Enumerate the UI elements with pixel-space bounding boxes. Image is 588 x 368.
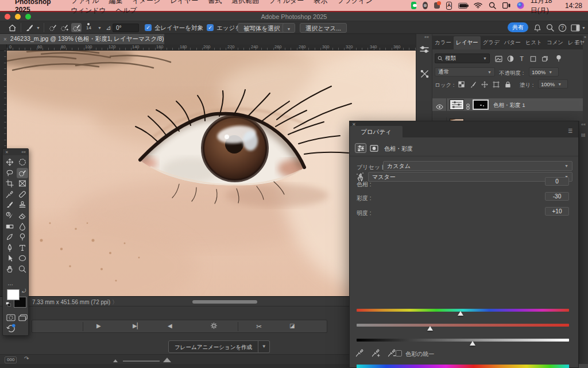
layer-filter-select[interactable]: 種類 ▼ (435, 53, 490, 63)
lightness-slider-track[interactable] (357, 339, 569, 342)
step-back-icon[interactable]: ◀ (168, 323, 172, 329)
gradient-tool[interactable] (4, 221, 16, 232)
menu-item[interactable]: 表示 (314, 0, 327, 5)
chevron-down-icon[interactable]: ▼ (98, 23, 102, 32)
zoom-tool[interactable] (17, 264, 28, 274)
selection-brush-tool[interactable] (17, 168, 28, 178)
menu-item[interactable]: プラグイン (337, 0, 372, 5)
step-forward-icon[interactable]: ▶▏ (133, 323, 141, 329)
edit-toolbar-ellipsis[interactable]: … (7, 280, 14, 286)
select-subject-button[interactable]: 被写体を選択 (238, 23, 285, 33)
menu-item[interactable]: イメージ (133, 0, 161, 5)
notifications-bell-icon[interactable] (533, 23, 541, 32)
workspace-dropdown-chevron[interactable]: ▼ (582, 23, 586, 32)
hue-slider-track[interactable] (357, 309, 569, 312)
menu-item[interactable]: ファイル (71, 0, 99, 5)
preset-select[interactable]: カスタム ▼ (383, 161, 572, 171)
timeline-zoom-in-icon[interactable] (163, 358, 171, 362)
timeline-zoom-slider[interactable] (123, 361, 160, 362)
colorize-checkbox[interactable] (396, 350, 402, 356)
menu-item[interactable]: ヘルプ (116, 6, 137, 14)
tools-utilities-panel-icon[interactable] (418, 67, 431, 80)
select-and-mask-button[interactable]: 選択とマス... (300, 23, 347, 33)
menu-item[interactable]: レイヤー (170, 0, 198, 5)
mask-link-icon[interactable] (466, 102, 470, 112)
filter-toggle-icon[interactable] (554, 55, 563, 63)
line-app-icon[interactable] (411, 2, 416, 9)
eraser-tool[interactable] (17, 210, 28, 221)
hue-slider-thumb[interactable] (458, 311, 463, 316)
enhance-edge-checkbox[interactable]: ✓ (207, 24, 214, 31)
stage-manager-icon[interactable] (502, 2, 510, 9)
shuttle-arrow-icon[interactable]: ↷ (24, 355, 29, 362)
lock-pixels-icon[interactable] (469, 80, 477, 88)
help-icon[interactable]: ? (558, 23, 567, 32)
blur-tool[interactable] (17, 221, 28, 232)
panel-menu-icon[interactable]: ☰ (568, 128, 572, 134)
rotate-view-share-icon[interactable] (6, 324, 16, 335)
scissors-icon[interactable]: ✂ (256, 323, 262, 331)
history-brush-tool[interactable] (4, 210, 16, 221)
smudge-tool[interactable] (4, 232, 16, 242)
menu-item[interactable]: フィルター (269, 0, 304, 5)
timeline-settings-gear-icon[interactable] (210, 322, 218, 331)
layer-visibility-eye-icon[interactable] (436, 102, 443, 112)
adjustment-settings-icon[interactable] (355, 144, 366, 152)
filter-adjustment-layers-icon[interactable] (506, 55, 514, 63)
close-tab-icon[interactable]: × (3, 36, 7, 43)
foreground-color-swatch[interactable] (7, 289, 20, 300)
siri-icon[interactable] (517, 2, 524, 9)
default-colors-icon[interactable] (6, 302, 11, 307)
spot-healing-tool[interactable] (17, 189, 28, 200)
properties-tab[interactable]: プロパティ (350, 126, 403, 137)
wifi-icon[interactable] (474, 2, 482, 9)
brush-tool[interactable] (4, 200, 16, 210)
menu-item[interactable]: ウィンドウ (71, 6, 106, 14)
create-frame-animation-button[interactable]: フレームアニメーションを作成 ▼ (168, 340, 270, 353)
menu-date[interactable]: 11月18日(月) (531, 0, 559, 16)
clone-stamp-tool[interactable] (17, 200, 28, 210)
filter-smart-objects-icon[interactable] (540, 55, 549, 63)
lock-all-icon[interactable] (504, 80, 512, 88)
lasso-tool[interactable] (4, 168, 16, 178)
mask-properties-icon[interactable] (369, 144, 379, 152)
collapse-dock-icon[interactable]: «« (424, 35, 429, 39)
input-source-icon[interactable]: A (446, 2, 452, 10)
blend-mode-select[interactable]: 通常 ▼ (435, 67, 495, 76)
dodge-tool[interactable] (17, 232, 28, 242)
panel-tab-inactive[interactable]: パター (502, 36, 523, 49)
selection-new-icon[interactable] (48, 23, 57, 32)
panel-tab-inactive[interactable]: カラー (432, 36, 454, 49)
type-tool[interactable] (17, 243, 28, 253)
angle-input[interactable] (113, 24, 139, 32)
panel-tab-active[interactable]: レイヤー (454, 36, 481, 49)
frame-animation-dropdown-chevron[interactable]: ▼ (258, 340, 270, 353)
eyedropper-tool[interactable] (4, 189, 16, 200)
filter-type-layers-icon[interactable]: T (517, 55, 526, 63)
menu-app-name[interactable]: Photoshop 2025 (15, 0, 61, 14)
saturation-value-input[interactable]: -30 (545, 192, 569, 201)
lock-transparency-icon[interactable] (458, 80, 466, 88)
close-panel-icon[interactable]: ✕ (5, 149, 9, 155)
saturation-slider-track[interactable] (357, 324, 569, 327)
lock-artboard-icon[interactable] (492, 80, 500, 88)
selection-add-icon[interactable] (60, 23, 69, 32)
select-subject-dropdown[interactable]: ▼ (283, 23, 295, 33)
move-tool[interactable] (4, 157, 16, 167)
selection-subtract-icon[interactable] (71, 23, 82, 32)
lightness-value-input[interactable]: +10 (545, 207, 569, 216)
swap-colors-icon[interactable]: ⤾ (22, 288, 26, 294)
eyedropper-add-icon[interactable] (372, 348, 382, 358)
filter-pixel-layers-icon[interactable] (494, 55, 503, 63)
menu-clock[interactable]: 14:28 (565, 2, 582, 10)
panel-menu-icon[interactable]: ▤ (581, 132, 586, 137)
layer-name[interactable]: 色相・彩度 1 (493, 102, 525, 109)
panel-tab-inactive[interactable]: ヒスト (523, 36, 544, 49)
notification-dot-icon[interactable] (434, 2, 440, 9)
screen-mode-icon[interactable] (18, 313, 28, 324)
shape-tool[interactable] (17, 253, 28, 263)
saturation-slider-thumb[interactable] (427, 326, 433, 331)
elliptical-marquee-tool[interactable] (17, 157, 28, 167)
current-tool-icon[interactable]: ▼ (25, 23, 40, 32)
document-size-info[interactable]: 7.33 mm x 451.56 mm (72 ppi) 〉 (32, 298, 118, 306)
